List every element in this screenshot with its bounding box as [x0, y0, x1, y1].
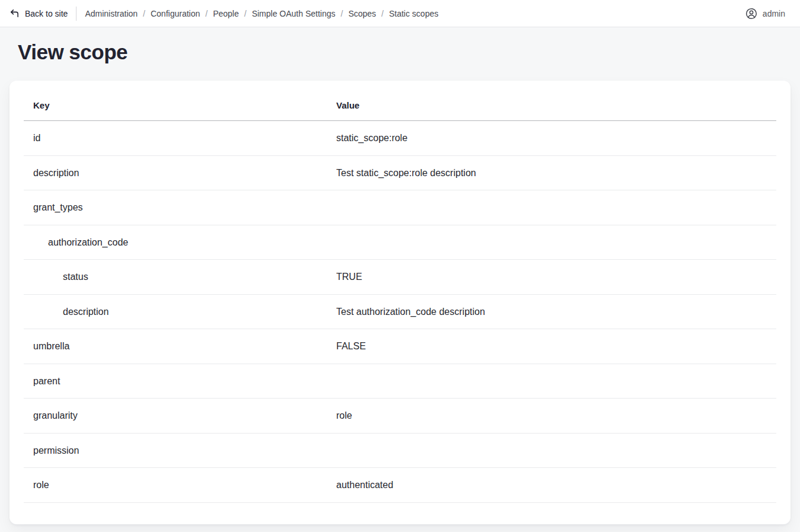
user-name-label: admin	[763, 9, 785, 18]
row-key: permission	[24, 433, 327, 468]
row-key: authorization_code	[24, 225, 327, 260]
breadcrumb-item[interactable]: Scopes	[348, 9, 376, 18]
toolbar-left: Back to site Administration/Configuratio…	[9, 7, 438, 21]
row-value	[327, 433, 776, 468]
toolbar-right: admin	[745, 8, 785, 20]
row-value	[327, 364, 776, 399]
table-row: id static_scope:role	[24, 121, 776, 156]
breadcrumb-separator: /	[143, 9, 145, 18]
back-to-site-link[interactable]: Back to site	[9, 8, 68, 18]
breadcrumb-item[interactable]: Simple OAuth Settings	[252, 9, 336, 18]
table-row: description Test authorization_code desc…	[24, 294, 776, 329]
row-value: static_scope:role	[327, 121, 776, 156]
row-value: FALSE	[327, 329, 776, 364]
row-value	[327, 225, 776, 260]
column-header-key: Key	[24, 81, 327, 121]
breadcrumb-item[interactable]: Administration	[85, 9, 138, 18]
row-key: parent	[24, 364, 327, 399]
scope-detail-card: Key Value id static_scope:role descripti…	[9, 81, 791, 524]
table-row: umbrella FALSE	[24, 329, 776, 364]
breadcrumb-separator: /	[205, 9, 208, 18]
table-row: parent	[24, 364, 776, 399]
user-circle-icon	[745, 8, 757, 20]
table-row: role authenticated	[24, 468, 776, 503]
row-key: role	[24, 468, 327, 503]
row-key: id	[24, 121, 327, 156]
row-key: description	[24, 155, 327, 190]
row-key: umbrella	[24, 329, 327, 364]
table-header: Key Value	[24, 81, 776, 121]
table-row: description Test static_scope:role descr…	[24, 155, 776, 190]
page-title: View scope	[18, 42, 800, 63]
row-key: status	[24, 260, 327, 295]
row-value: Test authorization_code description	[327, 294, 776, 329]
row-value: authenticated	[327, 468, 776, 503]
table-row: grant_types	[24, 190, 776, 225]
back-to-site-label: Back to site	[25, 9, 68, 18]
row-value	[327, 190, 776, 225]
table-row: granularity role	[24, 399, 776, 434]
scope-key-value-table: Key Value id static_scope:role descripti…	[24, 81, 776, 503]
column-header-value: Value	[327, 81, 776, 121]
row-key: grant_types	[24, 190, 327, 225]
row-value: role	[327, 399, 776, 434]
row-value: TRUE	[327, 260, 776, 295]
breadcrumb-separator: /	[381, 9, 384, 18]
breadcrumb-item[interactable]: Static scopes	[389, 9, 438, 18]
admin-toolbar: Back to site Administration/Configuratio…	[0, 0, 800, 27]
breadcrumb-item[interactable]: People	[213, 9, 239, 18]
row-key: granularity	[24, 399, 327, 434]
breadcrumb: Administration/Configuration/People/Simp…	[85, 9, 438, 18]
breadcrumb-separator: /	[340, 9, 343, 18]
row-key: description	[24, 294, 327, 329]
table-row: authorization_code	[24, 225, 776, 260]
table-row: status TRUE	[24, 260, 776, 295]
breadcrumb-item[interactable]: Configuration	[151, 9, 200, 18]
table-row: permission	[24, 433, 776, 468]
user-menu[interactable]: admin	[745, 8, 785, 20]
back-arrow-icon	[9, 8, 20, 18]
row-value: Test static_scope:role description	[327, 155, 776, 190]
toolbar-divider	[76, 7, 77, 21]
main-content: View scope Key Value id static_scope:rol…	[0, 42, 800, 524]
breadcrumb-separator: /	[244, 9, 247, 18]
scope-table-body: id static_scope:role description Test st…	[24, 121, 776, 503]
